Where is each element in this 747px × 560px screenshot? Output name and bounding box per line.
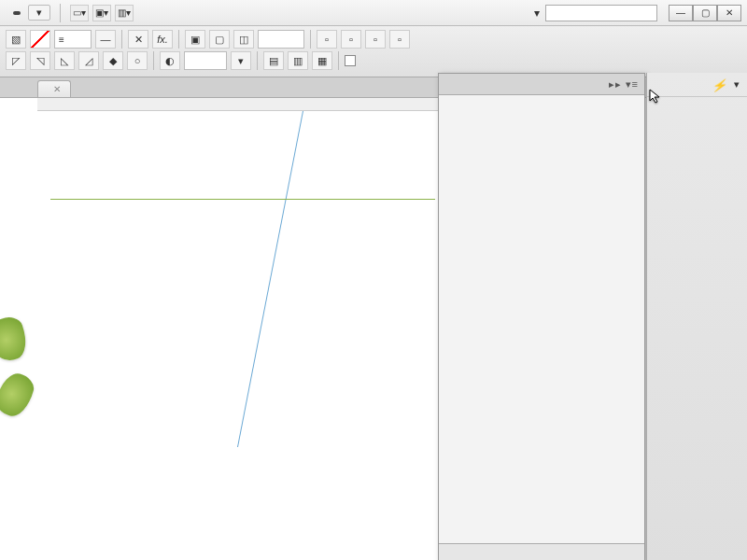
page-content [39, 113, 439, 220]
lightning-icon[interactable]: ⚡ [712, 78, 728, 91]
leaf-image-left [0, 317, 32, 429]
fit-2-icon[interactable]: ▢ [209, 30, 230, 49]
fill-swatch[interactable]: ▧ [6, 30, 26, 49]
dock-flyout-icon[interactable]: ▾ [734, 78, 740, 91]
view-option-3[interactable]: ▥▾ [115, 5, 134, 21]
corner-6-icon[interactable]: ○ [127, 51, 148, 70]
fx-button[interactable]: fx. [152, 30, 173, 49]
close-tab-icon[interactable]: ✕ [53, 84, 61, 94]
layers-status [439, 543, 644, 560]
bridge-button[interactable] [13, 11, 21, 15]
corner-1-icon[interactable]: ◸ [6, 51, 26, 70]
stroke-style[interactable]: — [95, 30, 116, 49]
textwrap-2-icon[interactable]: ▥ [288, 51, 308, 70]
stroke-swatch[interactable] [30, 30, 50, 49]
zoom-field[interactable]: ▾ [28, 5, 50, 21]
search-input[interactable] [545, 5, 657, 21]
corner-4-icon[interactable]: ◿ [78, 51, 99, 70]
dropdown-caret-icon: ▾ [36, 7, 42, 18]
document-canvas[interactable] [0, 98, 439, 560]
horizontal-ruler [37, 98, 439, 111]
close-button[interactable]: ✕ [717, 5, 741, 21]
view-options: ▭▾ ▣▾ ▥▾ [70, 5, 134, 21]
document-tab[interactable]: ✕ [37, 80, 71, 97]
fit-3-icon[interactable]: ◫ [233, 30, 254, 49]
panel-tabs: ▸▸ ▾≡ [439, 74, 644, 95]
textwrap-3-icon[interactable]: ▦ [312, 51, 332, 70]
blend-icon[interactable]: ▾ [231, 51, 251, 70]
footer-columns [50, 207, 435, 220]
align-3-icon[interactable]: ▫ [365, 30, 386, 49]
view-option-1[interactable]: ▭▾ [70, 5, 89, 21]
corner-3-icon[interactable]: ◺ [54, 51, 75, 70]
textwrap-1-icon[interactable]: ▤ [263, 51, 284, 70]
workspace-switcher[interactable]: ▾ [534, 7, 540, 20]
fx-none-icon[interactable]: ✕ [128, 30, 148, 49]
window-controls: — ▢ ✕ [669, 5, 741, 21]
maximize-button[interactable]: ▢ [693, 5, 717, 21]
workspace: ▸▸ ▾≡ ⚡ ▾ [0, 98, 747, 560]
dropdown-caret-icon: ▾ [534, 7, 540, 20]
corner-2-icon[interactable]: ◹ [30, 51, 50, 70]
signature [50, 147, 435, 161]
autofit-checkbox[interactable] [345, 55, 356, 66]
stroke-weight-field[interactable]: ≡ [54, 30, 92, 49]
opacity-icon[interactable]: ◐ [160, 51, 180, 70]
layers-list[interactable] [439, 95, 644, 543]
mouse-cursor-icon [649, 89, 664, 104]
minimize-button[interactable]: — [669, 5, 693, 21]
panel-flyout-icon[interactable]: ▸▸ ▾≡ [603, 75, 644, 94]
align-2-icon[interactable]: ▫ [341, 30, 361, 49]
control-panel: ▧ ≡ — ✕ fx. ▣ ▢ ◫ ▫ ▫ ▫ ▫ ◸ ◹ ◺ ◿ ◆ ○ ◐ … [0, 26, 747, 77]
menu-bar: ▾ ▭▾ ▣▾ ▥▾ ▾ — ▢ ✕ [0, 0, 747, 26]
corner-5-icon[interactable]: ◆ [103, 51, 123, 70]
opacity-field[interactable] [184, 51, 227, 70]
align-1-icon[interactable]: ▫ [317, 30, 337, 49]
view-option-2[interactable]: ▣▾ [92, 5, 111, 21]
divider-line [50, 199, 435, 200]
fit-1-icon[interactable]: ▣ [185, 30, 205, 49]
layers-panel: ▸▸ ▾≡ [438, 73, 645, 560]
mm-field[interactable] [258, 30, 304, 49]
right-dock: ⚡ ▾ [646, 73, 747, 560]
align-4-icon[interactable]: ▫ [389, 30, 410, 49]
footer-col-iban [92, 207, 94, 220]
